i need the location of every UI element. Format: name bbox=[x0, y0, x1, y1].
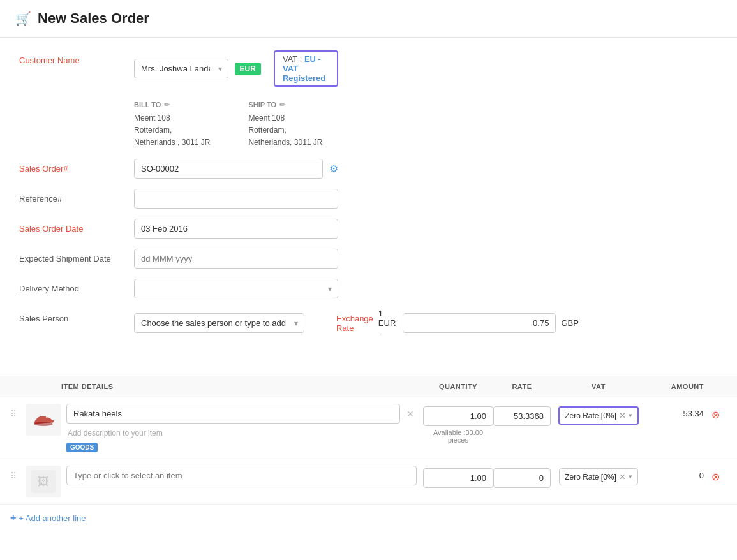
sales-person-row: Sales Person Choose the sales person or … bbox=[19, 309, 718, 337]
col-rate-header: RATE bbox=[493, 383, 551, 390]
delete-row-button-2[interactable]: ⊗ bbox=[709, 469, 722, 484]
customer-select-wrapper[interactable]: Mrs. Joshwa Landegre bbox=[134, 59, 228, 78]
bill-address-line2: Rotterdam, bbox=[134, 124, 210, 136]
vat-clear-1[interactable]: ✕ bbox=[619, 411, 626, 420]
item-details-2 bbox=[66, 466, 423, 488]
col-item-header: ITEM DETAILS bbox=[61, 383, 423, 390]
delete-row-button-1[interactable]: ⊗ bbox=[709, 408, 722, 422]
ship-to-label: SHIP TO bbox=[248, 99, 276, 111]
exchange-rate-section: Exchange Rate 1 EUR = GBP bbox=[336, 309, 579, 337]
ship-address-line3: Netherlands, 3011 JR bbox=[248, 136, 322, 149]
gear-icon[interactable]: ⚙ bbox=[329, 163, 338, 175]
ship-edit-icon[interactable]: ✏ bbox=[279, 99, 285, 111]
table-row: ⠿ ✕ Add description to your item GOODS A… bbox=[0, 397, 737, 459]
bill-address-line3: Netherlands , 3011 JR bbox=[134, 136, 210, 149]
reference-control bbox=[134, 189, 338, 209]
col-qty-header: QUANTITY bbox=[423, 383, 493, 390]
bill-edit-icon[interactable]: ✏ bbox=[164, 99, 170, 111]
delivery-method-select-wrapper[interactable] bbox=[134, 279, 338, 298]
goods-badge-1: GOODS bbox=[66, 443, 98, 452]
svg-point-1 bbox=[46, 416, 48, 418]
empty-image-placeholder: 🖼 bbox=[31, 470, 56, 493]
expected-shipment-input[interactable] bbox=[134, 249, 338, 269]
sales-person-select-wrapper-outer: Choose the sales person or type to add bbox=[134, 313, 304, 333]
vat-clear-2[interactable]: ✕ bbox=[619, 472, 626, 482]
rate-cell-1 bbox=[493, 404, 551, 426]
delivery-method-label: Delivery Method bbox=[19, 279, 134, 293]
item-image-2: 🖼 bbox=[26, 466, 61, 497]
sales-order-date-row: Sales Order Date bbox=[19, 219, 718, 239]
sales-order-control: ⚙ bbox=[134, 159, 338, 179]
reference-input[interactable] bbox=[134, 189, 338, 209]
sales-person-select[interactable]: Choose the sales person or type to add bbox=[134, 313, 304, 333]
ship-address-line1: Meent 108 bbox=[248, 112, 322, 124]
item-details-1: ✕ Add description to your item GOODS bbox=[66, 404, 423, 452]
vat-value-2: Zero Rate [0%] bbox=[565, 473, 616, 482]
expected-shipment-row: Expected Shipment Date bbox=[19, 249, 718, 269]
vat-box: VAT : EU - VAT Registered bbox=[274, 50, 338, 87]
del-cell-2: ⊗ bbox=[704, 466, 727, 484]
exchange-rate-label: Exchange Rate bbox=[336, 314, 373, 333]
table-row: ⠿ 🖼 Zero Rate [0%] ✕ ▾ 0 ⊗ bbox=[0, 459, 737, 505]
bill-to-label: BILL TO bbox=[134, 99, 161, 111]
delivery-method-row: Delivery Method bbox=[19, 279, 718, 298]
customer-name-row: Customer Name Mrs. Joshwa Landegre EUR V… bbox=[19, 50, 718, 89]
vat-select-1[interactable]: Zero Rate [0%] ✕ ▾ bbox=[558, 406, 639, 425]
rate-cell-2 bbox=[493, 466, 551, 488]
item-image-1 bbox=[26, 404, 61, 436]
vat-select-2[interactable]: Zero Rate [0%] ✕ ▾ bbox=[559, 468, 638, 485]
bill-address-block: BILL TO ✏ Meent 108 Rotterdam, Netherlan… bbox=[134, 99, 210, 149]
col-amount-header: AMOUNT bbox=[646, 383, 704, 390]
vat-chevron-2[interactable]: ▾ bbox=[629, 473, 632, 481]
vat-value-1: Zero Rate [0%] bbox=[565, 411, 616, 420]
amount-cell-2: 0 bbox=[646, 466, 704, 480]
delivery-method-control bbox=[134, 279, 338, 298]
item-name-input-1[interactable] bbox=[66, 404, 400, 424]
shoe-svg bbox=[31, 410, 56, 429]
quantity-input-2[interactable] bbox=[423, 468, 493, 488]
reference-label: Reference# bbox=[19, 189, 134, 203]
rate-input-1[interactable] bbox=[493, 406, 551, 426]
ship-address-block: SHIP TO ✏ Meent 108 Rotterdam, Netherlan… bbox=[248, 99, 322, 149]
customer-name-label: Customer Name bbox=[19, 50, 134, 65]
item-description-1[interactable]: Add description to your item bbox=[66, 426, 417, 441]
item-name-input-2[interactable] bbox=[66, 466, 417, 485]
vat-cell-1: Zero Rate [0%] ✕ ▾ bbox=[551, 404, 646, 425]
image-placeholder-icon: 🖼 bbox=[38, 475, 49, 489]
page-header: 🛒 New Sales Order bbox=[0, 0, 737, 38]
page-title: New Sales Order bbox=[38, 10, 149, 27]
form-container: Customer Name Mrs. Joshwa Landegre EUR V… bbox=[0, 38, 737, 360]
eur-badge: EUR bbox=[235, 63, 261, 75]
exchange-rate-currency: GBP bbox=[561, 318, 578, 328]
drag-handle-2[interactable]: ⠿ bbox=[10, 466, 26, 481]
rate-input-2[interactable] bbox=[493, 468, 551, 488]
add-another-line-button[interactable]: + + Add another line bbox=[10, 512, 86, 524]
plus-icon: + bbox=[10, 512, 16, 524]
sales-order-date-input[interactable] bbox=[134, 219, 338, 239]
drag-handle-1[interactable]: ⠿ bbox=[10, 404, 26, 419]
qty-cell-2 bbox=[423, 466, 493, 488]
qty-cell-1: Available :30.00 pieces bbox=[423, 404, 493, 444]
reference-row: Reference# bbox=[19, 189, 718, 209]
delivery-method-select[interactable] bbox=[134, 279, 338, 298]
ship-address-line2: Rotterdam, bbox=[248, 124, 322, 136]
col-vat-header: VAT bbox=[551, 383, 646, 390]
expected-shipment-control bbox=[134, 249, 338, 269]
item-clear-button-1[interactable]: ✕ bbox=[404, 408, 417, 420]
customer-name-control: Mrs. Joshwa Landegre EUR VAT : EU - VAT … bbox=[134, 50, 338, 89]
add-line-row: + + Add another line bbox=[0, 505, 737, 531]
sales-order-input[interactable] bbox=[134, 159, 323, 179]
expected-shipment-label: Expected Shipment Date bbox=[19, 249, 134, 263]
table-section: ITEM DETAILS QUANTITY RATE VAT AMOUNT ⠿ … bbox=[0, 376, 737, 531]
sales-person-control: Choose the sales person or type to add E… bbox=[134, 309, 579, 337]
sales-order-label: Sales Order# bbox=[19, 159, 134, 173]
exchange-rate-eq: 1 EUR = bbox=[378, 309, 398, 337]
exchange-rate-input[interactable] bbox=[403, 313, 556, 333]
del-cell-1: ⊗ bbox=[704, 404, 727, 422]
customer-name-select[interactable]: Mrs. Joshwa Landegre bbox=[134, 59, 228, 78]
quantity-input-1[interactable] bbox=[423, 406, 493, 426]
vat-chevron-1[interactable]: ▾ bbox=[629, 411, 632, 420]
sales-order-date-control bbox=[134, 219, 338, 239]
vat-prefix: VAT : bbox=[283, 54, 302, 64]
sales-person-select-wrapper[interactable]: Choose the sales person or type to add bbox=[134, 313, 304, 333]
